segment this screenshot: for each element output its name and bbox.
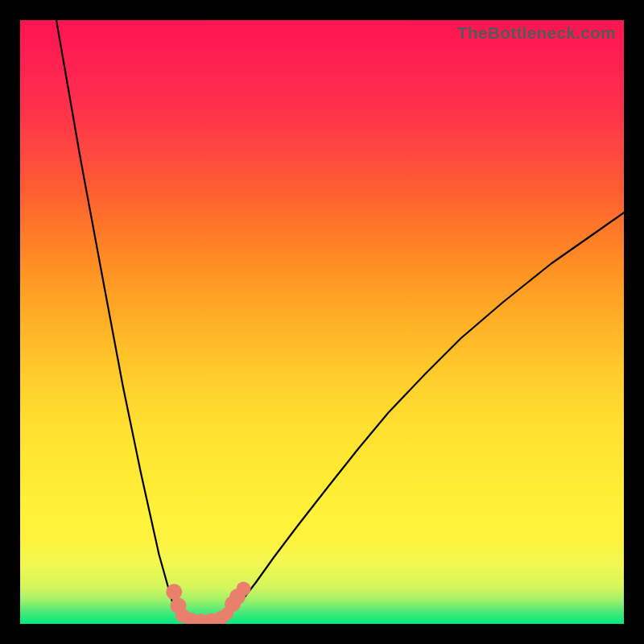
chart-plot-area: TheBottleneck.com [20, 20, 624, 624]
marker-point [237, 582, 251, 597]
chart-frame: TheBottleneck.com [0, 0, 644, 644]
marker-point [166, 584, 182, 600]
marker-group [166, 582, 250, 625]
chart-svg [20, 20, 624, 624]
curve-path [56, 20, 624, 621]
